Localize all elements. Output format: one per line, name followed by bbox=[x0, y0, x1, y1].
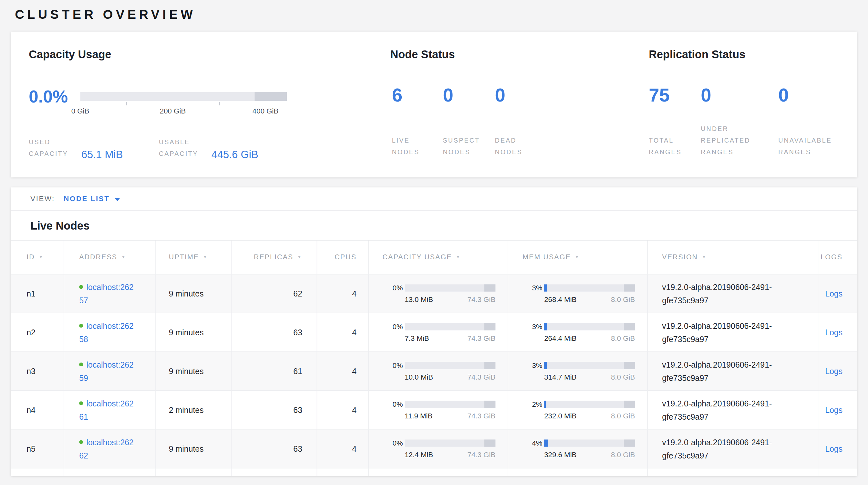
node-capacity-cell: 0% 12.4 MiB74.3 GiB bbox=[369, 430, 508, 468]
node-list-card: VIEW: NODE LIST Live Nodes ID▼ ADDRESS▼ … bbox=[11, 187, 857, 476]
sort-desc-icon: ▼ bbox=[121, 254, 126, 259]
memory-used-value: 314.7 MiB bbox=[544, 373, 577, 381]
node-address-cell: localhost:26262 bbox=[64, 430, 156, 468]
memory-percent: 4% bbox=[532, 439, 544, 448]
node-capacity-cell: 0% 7.3 MiB74.3 GiB bbox=[369, 313, 508, 352]
used-capacity-value: 65.1 MiB bbox=[82, 148, 123, 161]
unavailable-ranges-count: 0 bbox=[778, 85, 850, 105]
unavailable-ranges-stat: 0 UNAVAILABLE RANGES bbox=[778, 85, 850, 158]
node-cpus-cell: 4 bbox=[317, 275, 368, 313]
node-memory-cell: 3% 268.4 MiB8.0 GiB bbox=[508, 275, 648, 313]
column-header-replicas[interactable]: REPLICAS▼ bbox=[232, 240, 317, 275]
capacity-used-value: 10.0 MiB bbox=[405, 373, 433, 381]
node-replicas-cell: 63 bbox=[232, 313, 317, 352]
node-logs-link[interactable]: Logs bbox=[825, 444, 842, 453]
table-row: n5 localhost:26262 9 minutes 63 4 0% 12.… bbox=[11, 430, 857, 468]
node-healthy-icon bbox=[79, 285, 83, 288]
capacity-percent: 0% bbox=[392, 400, 405, 409]
under-replicated-count: 0 bbox=[701, 85, 778, 105]
node-cpus-cell: 4 bbox=[317, 391, 368, 430]
capacity-bar bbox=[405, 401, 495, 408]
memory-total-value: 8.0 GiB bbox=[611, 334, 635, 342]
capacity-percent: 0% bbox=[392, 439, 405, 448]
capacity-bar-other bbox=[485, 284, 495, 291]
column-header-version[interactable]: VERSION▼ bbox=[648, 240, 819, 275]
node-logs-link[interactable]: Logs bbox=[825, 367, 842, 375]
axis-tick-label: 0 GiB bbox=[71, 107, 89, 115]
node-healthy-icon bbox=[79, 401, 83, 405]
node-id-cell: n5 bbox=[11, 430, 64, 468]
node-memory-cell: 3% 264.4 MiB8.0 GiB bbox=[508, 313, 648, 352]
node-cpus-cell: 4 bbox=[317, 352, 368, 391]
table-row: n2 localhost:26258 9 minutes 63 4 0% 7.3… bbox=[11, 313, 857, 352]
total-ranges-label: TOTAL RANGES bbox=[649, 135, 682, 158]
memory-percent: 3% bbox=[532, 284, 544, 292]
memory-bar bbox=[544, 401, 635, 408]
replication-status-title: Replication Status bbox=[649, 48, 745, 61]
usable-capacity-value: 445.6 GiB bbox=[212, 148, 258, 161]
node-uptime-cell: 2 minutes bbox=[156, 391, 232, 430]
unavailable-ranges-label: UNAVAILABLE RANGES bbox=[778, 135, 832, 158]
node-address-link[interactable]: localhost:26258 bbox=[79, 321, 134, 343]
column-header-cpus[interactable]: CPUS bbox=[317, 240, 368, 275]
capacity-bar-other bbox=[485, 401, 495, 408]
memory-bar-fill bbox=[544, 362, 547, 369]
node-memory-cell: 4% 329.6 MiB8.0 GiB bbox=[508, 430, 648, 468]
memory-total-value: 8.0 GiB bbox=[611, 373, 635, 381]
column-header-mem-usage[interactable]: MEM USAGE▼ bbox=[508, 240, 648, 275]
table-row-partial bbox=[11, 468, 857, 476]
capacity-usage-title: Capacity Usage bbox=[29, 48, 111, 61]
node-logs-cell: Logs bbox=[819, 391, 857, 430]
node-uptime-cell: 9 minutes bbox=[156, 275, 232, 313]
capacity-used-value: 12.4 MiB bbox=[405, 450, 433, 459]
table-row: n3 localhost:26259 9 minutes 61 4 0% 10.… bbox=[11, 352, 857, 391]
node-logs-link[interactable]: Logs bbox=[825, 405, 842, 414]
view-dropdown[interactable]: NODE LIST bbox=[64, 195, 120, 203]
column-header-capacity-usage[interactable]: CAPACITY USAGE▼ bbox=[369, 240, 508, 275]
node-address-link[interactable]: localhost:26259 bbox=[79, 360, 134, 382]
live-nodes-label: LIVE NODES bbox=[392, 135, 420, 158]
sort-desc-icon: ▼ bbox=[456, 254, 461, 259]
node-table-body: n1 localhost:26257 9 minutes 62 4 0% 13.… bbox=[11, 275, 857, 476]
capacity-bar-other bbox=[485, 439, 495, 447]
memory-used-value: 264.4 MiB bbox=[544, 334, 577, 342]
node-address-cell: localhost:26258 bbox=[64, 313, 156, 352]
sort-desc-icon: ▼ bbox=[203, 254, 208, 259]
node-logs-link[interactable]: Logs bbox=[825, 289, 842, 298]
node-cpus-cell: 4 bbox=[317, 313, 368, 352]
memory-used-value: 232.0 MiB bbox=[544, 411, 577, 420]
node-address-link[interactable]: localhost:26261 bbox=[79, 399, 134, 421]
node-memory-cell: 2% 232.0 MiB8.0 GiB bbox=[508, 391, 648, 430]
node-logs-link[interactable]: Logs bbox=[825, 328, 842, 337]
column-header-uptime[interactable]: UPTIME▼ bbox=[156, 240, 232, 275]
sort-desc-icon: ▼ bbox=[39, 254, 44, 259]
axis-tick-label: 400 GiB bbox=[252, 107, 279, 115]
node-healthy-icon bbox=[79, 362, 83, 366]
table-row: n4 localhost:26261 2 minutes 63 4 0% 11.… bbox=[11, 391, 857, 430]
memory-bar bbox=[544, 439, 635, 447]
memory-bar-fill bbox=[544, 284, 547, 291]
memory-used-value: 268.4 MiB bbox=[544, 295, 577, 304]
node-status-title: Node Status bbox=[391, 48, 455, 61]
dead-nodes-stat: 0 DEAD NODES bbox=[495, 85, 546, 158]
node-address-link[interactable]: localhost:26257 bbox=[79, 282, 134, 305]
capacity-bar bbox=[405, 284, 495, 291]
column-header-id[interactable]: ID▼ bbox=[11, 240, 64, 275]
node-replicas-cell: 63 bbox=[232, 430, 317, 468]
used-capacity-label: USED CAPACITY bbox=[29, 137, 82, 160]
capacity-usage-percent: 0.0% bbox=[29, 87, 68, 107]
suspect-nodes-count: 0 bbox=[443, 85, 494, 105]
table-header-row: ID▼ ADDRESS▼ UPTIME▼ REPLICAS▼ CPUS CAPA… bbox=[11, 240, 857, 274]
memory-bar-other bbox=[624, 323, 635, 330]
memory-bar-other bbox=[624, 401, 635, 408]
node-address-link[interactable]: localhost:26262 bbox=[79, 437, 134, 460]
node-logs-cell: Logs bbox=[819, 275, 857, 313]
memory-percent: 3% bbox=[532, 362, 544, 370]
column-header-address[interactable]: ADDRESS▼ bbox=[64, 240, 156, 275]
node-healthy-icon bbox=[79, 323, 83, 327]
live-nodes-stat: 6 LIVE NODES bbox=[392, 85, 443, 158]
memory-percent: 2% bbox=[532, 400, 544, 409]
node-replicas-cell: 63 bbox=[232, 391, 317, 430]
column-header-logs: LOGS bbox=[819, 240, 857, 275]
node-memory-cell: 3% 314.7 MiB8.0 GiB bbox=[508, 352, 648, 391]
